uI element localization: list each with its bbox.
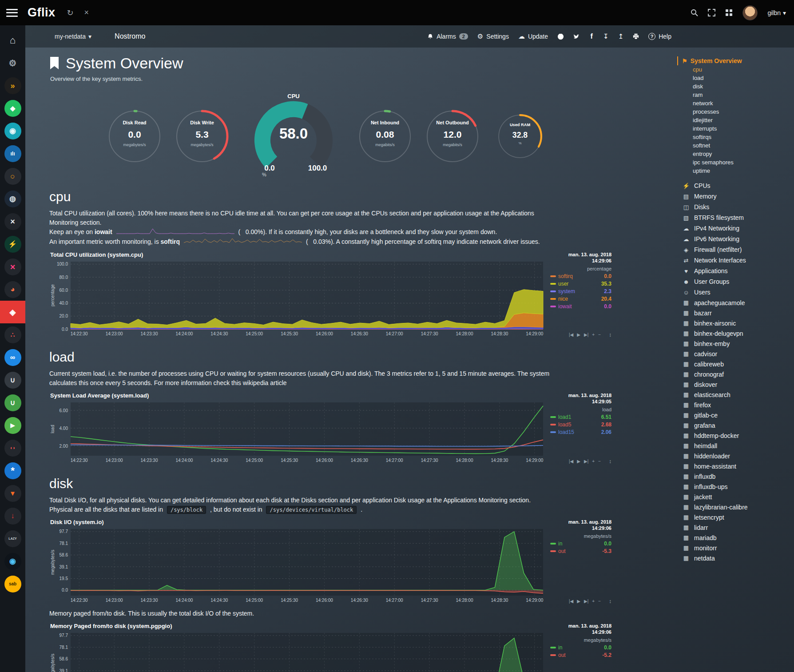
submenu-item[interactable]: uptime [682,167,790,175]
submenu-item[interactable]: interrupts [682,124,790,133]
menu-app-item[interactable]: ▦ home-assistant [682,461,790,471]
menu-app-item[interactable]: ▦ letsencrypt [682,512,790,522]
menu-app-item[interactable]: ▦ cadvisor [682,349,790,359]
sidebar-app[interactable]: ∪ [0,391,25,414]
fullscreen-icon[interactable] [708,9,715,16]
facebook-icon[interactable]: f [589,32,594,40]
menu-app-item[interactable]: ▦ lidarr [682,522,790,533]
github-icon[interactable] [557,33,564,40]
sidebar-app[interactable]: » [0,74,25,97]
sidebar-app[interactable]: ◉ [0,119,25,142]
menu-section[interactable]: ▤ Memory [682,191,790,202]
sidebar-app[interactable]: ▼ [0,482,25,505]
sidebar-app[interactable]: ◉ [0,550,25,573]
menu-app-item[interactable]: ▦ diskover [682,379,790,390]
submenu-item[interactable]: processes [682,107,790,116]
menu-app-item[interactable]: ▦ monitorr [682,543,790,553]
menu-app-item[interactable]: ▦ influxdb-ups [682,481,790,492]
menu-app-item[interactable]: ▦ apacheguacamole [682,298,790,308]
load-chart-canvas[interactable]: 6.004.002.0014:22:3014:23:0014:23:3014:2… [49,400,546,466]
download-icon[interactable]: ↧ [603,32,609,40]
menu-app-item[interactable]: ▦ lazylibrarian-calibre [682,502,790,512]
twitter-icon[interactable] [573,34,580,40]
submenu-item[interactable]: entropy [682,150,790,158]
sidebar-app[interactable]: ∪ [0,369,25,391]
menu-app-item[interactable]: ▦ binhex-delugevpn [682,328,790,338]
menu-app-item[interactable]: ▦ chronograf [682,369,790,379]
legend-entry[interactable]: out -5.3 [550,548,611,555]
pgpgio-chart-canvas[interactable]: 97.778.158.639.119.50.014:22:3014:23:001… [49,630,546,672]
submenu-item[interactable]: load [682,74,790,82]
menu-app-item[interactable]: ▦ hddtemp-docker [682,430,790,441]
menu-app-item[interactable]: ▦ elasticsearch [682,390,790,400]
menu-section[interactable]: ⚡ CPUs [682,180,790,191]
sidebar-app[interactable]: ○ [0,165,25,187]
menu-section[interactable]: ☺ Users [682,287,790,298]
legend-entry[interactable]: in 0.0 [550,644,611,652]
menu-section[interactable]: ◈ Firewall (netfilter) [682,244,790,255]
chart-toolbar[interactable]: |◀▶▶| +− ↕ [550,458,611,466]
legend-entry[interactable]: load5 2.68 [550,421,611,429]
chart-toolbar[interactable]: |◀▶▶| +− ↕ [550,598,611,606]
menu-app-item[interactable]: ▦ binhex-emby [682,338,790,349]
legend-entry[interactable]: user 35.3 [550,280,611,288]
sidebar-app[interactable]: ◈ [0,301,25,323]
menu-app-item[interactable]: ▦ jackett [682,492,790,502]
sidebar-app[interactable]: ▶ [0,414,25,437]
user-menu[interactable]: gilbn ▾ [767,9,786,16]
legend-entry[interactable]: load15 2.06 [550,429,611,436]
sidebar-app[interactable]: ◆ [0,97,25,119]
sidebar-app[interactable]: ◍ [0,187,25,210]
close-tab-icon[interactable]: × [84,8,89,17]
menu-app-item[interactable]: ▦ bazarr [682,308,790,318]
legend-entry[interactable]: out -5.2 [550,652,611,659]
user-avatar[interactable] [742,5,758,20]
disk-io-chart-canvas[interactable]: 97.778.158.639.119.50.014:22:3014:23:001… [49,526,546,606]
legend-entry[interactable]: load1 6.51 [550,414,611,421]
sidebar-app[interactable]: ↓ [0,505,25,527]
apps-grid-icon[interactable] [725,9,733,16]
sidebar-app[interactable]: * [0,459,25,482]
sidebar-app[interactable]: ◕ [0,278,25,301]
alarms-button[interactable]: Alarms 2 [427,33,468,40]
menu-system-overview[interactable]: ⚑ System Overview [677,56,790,65]
submenu-item[interactable]: ipc semaphores [682,158,790,167]
sidebar-app[interactable]: ◖◗ [0,437,25,459]
menu-app-item[interactable]: ▦ netdata [682,553,790,563]
legend-entry[interactable]: nice 20.4 [550,295,611,303]
menu-app-item[interactable]: ▦ firefox [682,400,790,410]
submenu-item[interactable]: cpu [682,65,790,74]
search-icon[interactable] [691,9,698,16]
legend-entry[interactable]: iowait 0.0 [550,303,611,310]
upload-icon[interactable]: ↥ [618,32,624,40]
legend-entry[interactable]: in 0.0 [550,540,611,548]
submenu-item[interactable]: softnet [682,141,790,150]
submenu-item[interactable]: ram [682,91,790,99]
menu-app-item[interactable]: ▦ hiddenloader [682,451,790,461]
print-icon[interactable] [633,33,639,40]
legend-entry[interactable]: softirq 0.0 [550,273,611,280]
menu-app-item[interactable]: ▦ binhex-airsonic [682,318,790,328]
submenu-item[interactable]: network [682,99,790,107]
settings-button[interactable]: ⚙ Settings [477,32,509,40]
menu-section[interactable]: ⇄ Network Interfaces [682,255,790,266]
menu-app-item[interactable]: ▦ grafana [682,420,790,430]
menu-section[interactable]: ▧ BTRFS filesystem [682,212,790,223]
menu-app-item[interactable]: ▦ calibreweb [682,359,790,369]
sidebar-app[interactable]: × [0,210,25,233]
legend-entry[interactable]: system 2.3 [550,288,611,295]
menu-icon[interactable] [6,9,18,17]
sidebar-app[interactable]: ılı [0,142,25,165]
chart-toolbar[interactable]: |◀▶▶| +− ↕ [550,332,611,340]
update-button[interactable]: ☁ Update [518,32,548,40]
menu-section[interactable]: ☁ IPv4 Networking [682,223,790,234]
sidebar-app[interactable]: ⌂ [0,29,25,52]
menu-app-item[interactable]: ▦ influxdb [682,471,790,481]
sidebar-app[interactable]: ⚡ [0,233,25,255]
menu-section[interactable]: ☻ User Groups [682,276,790,287]
my-netdata-dropdown[interactable]: my-netdata ▾ [55,33,91,40]
refresh-tab-icon[interactable]: ↻ [67,8,74,18]
sidebar-app[interactable]: ∞ [0,346,25,369]
cpu-chart-canvas[interactable]: 100.080.060.040.020.00.014:22:3014:23:00… [49,259,546,340]
menu-section[interactable]: ♥ Applications [682,266,790,276]
